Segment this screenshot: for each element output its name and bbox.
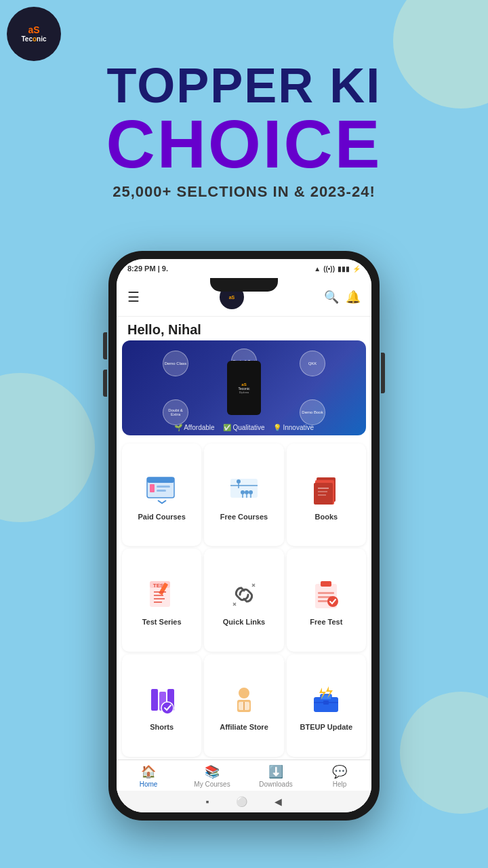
svg-rect-4 — [150, 484, 155, 492]
banner-circle-4: Doubt & Extra — [163, 399, 188, 425]
test-series-label: Test Series — [142, 618, 182, 626]
app-logo: aS Teconic — [7, 7, 61, 61]
phone-power-btn — [381, 353, 385, 393]
my-courses-label: My Courses — [194, 781, 230, 788]
svg-rect-2 — [157, 486, 170, 488]
svg-rect-39 — [151, 689, 158, 711]
phone-notch — [210, 278, 278, 292]
greeting-text: Hello, Nihal — [117, 317, 371, 340]
bluetooth-icon: ⚡ — [352, 265, 361, 273]
downloads-label: Downloads — [259, 781, 292, 788]
svg-point-9 — [245, 490, 249, 494]
signal-icon: ▲ — [314, 265, 321, 273]
bottom-nav-help[interactable]: 💬 Help — [308, 764, 371, 788]
banner-tag-affordable: 🌱 Affordable — [174, 424, 215, 431]
svg-point-10 — [249, 490, 253, 494]
wifi-icon: ((•)) — [323, 265, 335, 273]
svg-point-7 — [237, 479, 241, 484]
affiliate-store-label: Affiliate Store — [220, 723, 268, 731]
svg-point-11 — [241, 490, 245, 494]
banner-circle-5: Demo Book — [300, 399, 325, 425]
menu-item-bteup-update[interactable]: BTEUP Update — [287, 654, 366, 757]
menu-item-free-courses[interactable]: Free Courses — [204, 443, 283, 546]
shorts-label: Shorts — [150, 723, 174, 731]
svg-rect-5 — [230, 479, 258, 498]
phone-volume-up — [103, 332, 107, 359]
features-grid: Paid Courses — [117, 441, 371, 760]
logo-as-text: aS — [28, 24, 39, 35]
affiliate-store-icon — [225, 681, 263, 719]
bottom-nav-downloads[interactable]: ⬇️ Downloads — [244, 764, 308, 788]
banner-tag-innovative: 💡 Innovative — [273, 424, 314, 431]
menu-item-shorts[interactable]: Shorts — [122, 654, 201, 757]
help-icon: 💬 — [332, 764, 347, 779]
phone-screen: 8:29 PM | 9. ▲ ((•)) ▮▮▮ ⚡ ☰ aS 🔍 — [117, 259, 371, 812]
svg-point-42 — [161, 702, 174, 714]
hero-header: TOPPER KI CHOICE 25,000+ SELCTIONS IN & … — [0, 61, 488, 201]
test-series-icon: TEST — [143, 576, 181, 614]
hero-subtitle: 25,000+ SELCTIONS IN & 2023-24! — [0, 183, 488, 201]
bottom-nav-home[interactable]: 🏠 Home — [117, 764, 180, 788]
phone-outer-shell: 8:29 PM | 9. ▲ ((•)) ▮▮▮ ⚡ ☰ aS 🔍 — [108, 251, 380, 821]
hero-title-line1: TOPPER KI — [0, 61, 488, 110]
bottom-nav-my-courses[interactable]: 📚 My Courses — [180, 764, 244, 788]
phone-volume-down — [103, 370, 107, 397]
logo-name-text: Teconic — [21, 35, 46, 43]
free-test-label: Free Test — [310, 618, 342, 626]
my-courses-icon: 📚 — [205, 764, 220, 779]
free-courses-label: Free Courses — [220, 513, 268, 521]
banner-phone-center: aS Teconic Diploma — [227, 361, 261, 415]
menu-item-quick-links[interactable]: Quick Links — [204, 549, 283, 651]
banner-circle-1: Demo Class — [163, 351, 188, 376]
quick-links-label: Quick Links — [223, 618, 265, 626]
svg-point-43 — [239, 688, 249, 698]
books-icon — [307, 471, 345, 509]
paid-courses-label: Paid Courses — [138, 513, 186, 521]
help-label: Help — [333, 781, 347, 788]
free-courses-icon — [225, 471, 263, 509]
menu-item-paid-courses[interactable]: Paid Courses — [122, 443, 201, 546]
battery-icon: ▮▮▮ — [338, 265, 350, 273]
android-navigation-bar: ▪ ⚪ ◀ — [117, 791, 371, 812]
svg-rect-35 — [318, 592, 334, 594]
svg-rect-1 — [147, 477, 174, 483]
bg-decoration-left — [0, 373, 95, 522]
phone-mockup: 8:29 PM | 9. ▲ ((•)) ▮▮▮ ⚡ ☰ aS 🔍 — [108, 251, 380, 821]
menu-item-test-series[interactable]: TEST Test Series — [122, 549, 201, 651]
books-label: Books — [315, 513, 338, 521]
banner-circle-2: QKK — [300, 351, 325, 376]
android-square-btn[interactable]: ▪ — [206, 796, 209, 807]
hero-title-line2: CHOICE — [0, 110, 488, 178]
svg-rect-17 — [314, 483, 333, 505]
status-icons: ▲ ((•)) ▮▮▮ ⚡ — [314, 265, 361, 273]
quick-links-icon — [225, 576, 263, 614]
bottom-navigation: 🏠 Home 📚 My Courses ⬇️ Downloads 💬 Help — [117, 760, 371, 791]
home-label: Home — [140, 781, 158, 788]
downloads-icon: ⬇️ — [268, 764, 283, 779]
android-home-btn[interactable]: ⚪ — [236, 796, 247, 807]
search-icon[interactable]: 🔍 — [324, 290, 339, 304]
bteup-update-label: BTEUP Update — [300, 723, 352, 731]
hamburger-menu[interactable]: ☰ — [127, 289, 140, 305]
menu-item-books[interactable]: Books — [287, 443, 366, 546]
svg-rect-34 — [321, 581, 331, 587]
android-back-btn[interactable]: ◀ — [274, 796, 282, 807]
home-icon: 🏠 — [141, 764, 156, 779]
svg-rect-52 — [323, 701, 329, 705]
svg-point-38 — [327, 596, 338, 607]
status-bar: 8:29 PM | 9. ▲ ((•)) ▮▮▮ ⚡ — [117, 259, 371, 278]
app-screen-content: ☰ aS 🔍 🔔 Hello, Nihal — [117, 278, 371, 812]
bg-decoration-bottom-right — [400, 692, 488, 814]
free-test-icon — [307, 576, 345, 614]
shorts-icon — [143, 681, 181, 719]
menu-item-affiliate-store[interactable]: Affiliate Store — [204, 654, 283, 757]
banner-tags: 🌱 Affordable ✅ Qualitative 💡 Innovative — [122, 424, 366, 431]
bteup-update-icon — [307, 681, 345, 719]
svg-rect-3 — [157, 490, 166, 492]
nav-action-icons: 🔍 🔔 — [324, 290, 361, 304]
promo-banner: Demo Class QKK Study & Test Doubt & Extr… — [122, 340, 366, 435]
menu-item-free-test[interactable]: Free Test — [287, 549, 366, 651]
status-time: 8:29 PM | 9. — [127, 264, 168, 273]
paid-courses-icon — [143, 471, 181, 509]
notification-icon[interactable]: 🔔 — [346, 290, 361, 304]
